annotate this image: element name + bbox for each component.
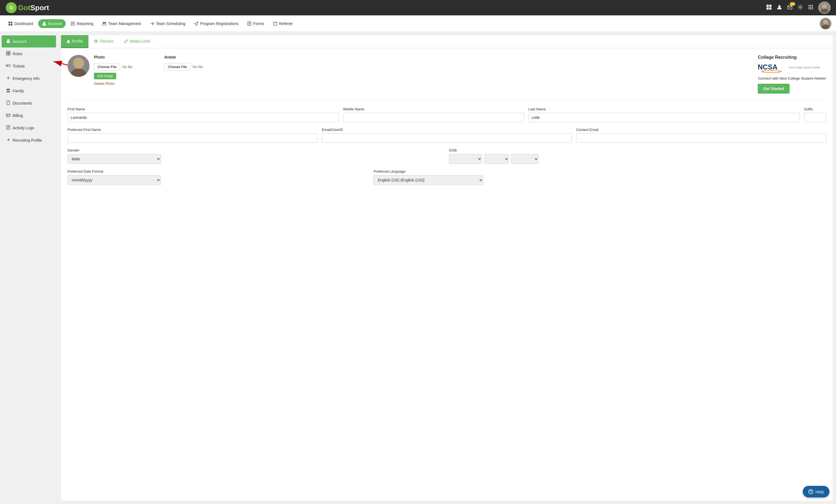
sidebar-item-recruiting-profile[interactable]: Recruiting Profile bbox=[2, 134, 56, 146]
sidebar-item-emergency-info[interactable]: Emergency Info bbox=[2, 73, 56, 84]
photo-file-input-row: Choose File No file bbox=[94, 63, 132, 71]
svg-rect-23 bbox=[8, 24, 10, 25]
preferred-date-format-select[interactable]: mm/dd/yyyy dd/mm/yyyy yyyy/mm/dd bbox=[68, 175, 161, 185]
avatar-block: Avatar Choose File No file bbox=[144, 55, 203, 71]
nav-referee[interactable]: Referee bbox=[269, 19, 297, 28]
svg-rect-21 bbox=[8, 22, 10, 23]
tab-themes[interactable]: Themes bbox=[89, 35, 119, 48]
user-avatar-topbar[interactable] bbox=[818, 2, 831, 14]
media-links-tab-icon bbox=[124, 39, 128, 43]
user-icon[interactable] bbox=[777, 4, 782, 11]
recruiting-profile-icon bbox=[6, 137, 11, 143]
suffix-group: Suffix bbox=[804, 107, 826, 122]
preferred-language-group: Preferred Language English (US) (English… bbox=[374, 169, 826, 185]
gear-icon[interactable] bbox=[798, 4, 803, 11]
nav-program-registrations-label: Program Registrations bbox=[200, 21, 239, 26]
svg-point-40 bbox=[821, 24, 830, 29]
last-name-input[interactable] bbox=[528, 113, 800, 122]
svg-rect-3 bbox=[769, 5, 772, 7]
nav-program-registrations[interactable]: Program Registrations bbox=[190, 19, 242, 28]
apps-icon[interactable] bbox=[808, 4, 814, 11]
gender-group: Gender Male Female Non-binary bbox=[68, 148, 445, 164]
top-right-icons: 24 bbox=[766, 2, 831, 14]
dob-month-select[interactable] bbox=[449, 154, 482, 164]
sidebar-item-tickets[interactable]: Tickets bbox=[2, 60, 56, 72]
profile-photo bbox=[68, 55, 90, 77]
team-management-icon bbox=[102, 21, 107, 26]
delete-photo-link[interactable]: Delete Photo bbox=[94, 81, 132, 86]
sidebar-documents-label: Documents bbox=[13, 101, 32, 105]
dob-selects-row bbox=[449, 154, 826, 164]
avatar-controls: Avatar Choose File No file bbox=[164, 55, 203, 71]
email-userid-input[interactable] bbox=[322, 133, 572, 143]
middle-name-input[interactable] bbox=[343, 113, 524, 122]
sidebar-item-documents[interactable]: Documents bbox=[2, 97, 56, 109]
sidebar-item-account[interactable]: Account bbox=[2, 35, 56, 47]
gender-dob-row: Gender Male Female Non-binary DOB bbox=[68, 148, 826, 164]
grid-icon[interactable] bbox=[766, 4, 772, 11]
avatar-file-input-row: Choose File No file bbox=[164, 63, 203, 71]
sidebar-item-family[interactable]: Family bbox=[2, 85, 56, 97]
sidebar-item-activity-logs[interactable]: Activity Logs bbox=[2, 122, 56, 134]
profile-tab-icon bbox=[66, 39, 70, 43]
nav-team-scheduling[interactable]: Team Scheduling bbox=[146, 19, 189, 28]
preferred-first-name-input[interactable] bbox=[68, 133, 318, 143]
svg-point-17 bbox=[812, 8, 813, 9]
preferred-language-select[interactable]: English (US) (English (US)) Spanish bbox=[374, 175, 483, 185]
email-userid-label: Email/UserID bbox=[322, 128, 572, 132]
logo[interactable]: G GotSport bbox=[5, 2, 49, 14]
suffix-input[interactable] bbox=[804, 113, 826, 122]
sidebar-roles-label: Roles bbox=[13, 52, 22, 56]
photo-choose-file-button[interactable]: Choose File bbox=[94, 63, 120, 71]
sidebar-tickets-label: Tickets bbox=[13, 64, 25, 69]
logo-icon: G bbox=[5, 2, 17, 14]
tab-profile-label: Profile bbox=[72, 39, 83, 43]
help-button[interactable]: Help bbox=[803, 486, 830, 498]
dob-day-select[interactable] bbox=[484, 154, 509, 164]
svg-point-14 bbox=[812, 6, 813, 8]
svg-point-10 bbox=[810, 5, 811, 6]
avatar-no-file-text: No file bbox=[193, 65, 203, 69]
team-scheduling-icon bbox=[150, 21, 154, 26]
ncsa-logo-row: NCSA Next College Student Athlete bbox=[758, 62, 826, 73]
sidebar: Account Roles Tickets Emergency Info bbox=[0, 32, 58, 150]
billing-icon bbox=[6, 113, 11, 118]
sidebar-account-label: Account bbox=[13, 39, 27, 44]
sidebar-item-roles[interactable]: Roles bbox=[2, 48, 56, 60]
contact-email-input[interactable] bbox=[576, 133, 826, 143]
emergency-info-icon bbox=[6, 76, 11, 81]
nav-forms[interactable]: Forms bbox=[243, 19, 268, 28]
logo-got: Got bbox=[18, 4, 31, 12]
activity-logs-icon bbox=[6, 125, 11, 131]
avatar-choose-file-button[interactable]: Choose File bbox=[164, 63, 190, 71]
contact-email-label: Contact Email bbox=[576, 128, 826, 132]
date-language-row: Preferred Date Format mm/dd/yyyy dd/mm/y… bbox=[68, 169, 826, 185]
edit-image-button[interactable]: Edit Image bbox=[94, 73, 116, 79]
sidebar-wrapper: Account Roles Tickets Emergency Info bbox=[0, 32, 58, 504]
tab-media-links[interactable]: Media Links bbox=[119, 35, 156, 48]
nav-team-management[interactable]: Team Management bbox=[98, 19, 145, 28]
mail-icon[interactable]: 24 bbox=[787, 4, 793, 11]
nav-user-avatar[interactable] bbox=[819, 18, 832, 30]
nav-forms-label: Forms bbox=[253, 21, 264, 26]
forms-icon bbox=[247, 21, 251, 26]
dob-year-select[interactable] bbox=[511, 154, 538, 164]
get-started-button[interactable]: Get Started bbox=[758, 84, 789, 94]
gender-select[interactable]: Male Female Non-binary bbox=[68, 154, 161, 164]
nav-referee-label: Referee bbox=[279, 21, 293, 26]
nav-dashboard[interactable]: Dashboard bbox=[4, 19, 37, 28]
photo-block: Photo Choose File No file Edit Image Del… bbox=[68, 55, 132, 86]
svg-point-16 bbox=[810, 8, 811, 9]
tab-profile[interactable]: Profile bbox=[61, 35, 89, 48]
photo-controls: Photo Choose File No file Edit Image Del… bbox=[94, 55, 132, 86]
preferred-first-name-group: Preferred First Name bbox=[68, 128, 318, 143]
contact-email-group: Contact Email bbox=[576, 128, 826, 143]
sidebar-item-billing[interactable]: Billing bbox=[2, 110, 56, 122]
name-row: First Name Middle Name Last Name Suffix bbox=[68, 107, 826, 122]
svg-point-11 bbox=[812, 5, 813, 6]
help-icon bbox=[808, 489, 813, 494]
first-name-input[interactable] bbox=[68, 113, 339, 122]
nav-account[interactable]: Account bbox=[38, 19, 66, 28]
nav-reporting[interactable]: Reporting bbox=[67, 19, 97, 28]
svg-point-19 bbox=[820, 9, 828, 13]
